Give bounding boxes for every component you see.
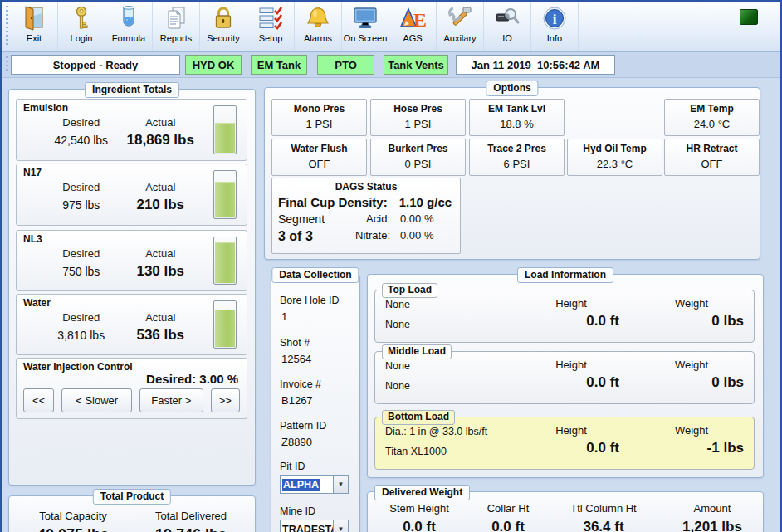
actual-label: Actual — [121, 116, 201, 129]
metric-label: Hose Pres — [371, 103, 465, 115]
info-icon: i — [540, 4, 569, 32]
metric-value: OFF — [272, 158, 366, 170]
ingredient-totals-panel: Ingredient Totals Emulsion Desired 42,54… — [8, 89, 256, 486]
metric-value: 1 PSI — [272, 118, 366, 130]
bore-hole-id-label: Bore Hole ID — [280, 295, 359, 306]
login-button[interactable]: Login — [58, 2, 105, 51]
actual-label: Actual — [121, 181, 201, 193]
metric-value: 22.3 °C — [568, 158, 662, 170]
slower-button[interactable]: < Slower — [61, 388, 132, 412]
weight-label: Weight — [629, 424, 754, 437]
datetime-display: Jan 11 2019 10:56:42 AM — [456, 55, 615, 75]
step-up-button[interactable]: >> — [211, 388, 240, 412]
chevron-down-icon[interactable]: ▼ — [333, 476, 348, 493]
panel-title: Options — [486, 81, 538, 96]
ingredient-name: NL3 — [23, 233, 42, 245]
io-button[interactable]: IO — [484, 2, 531, 51]
toolbar-button-label: AGS — [403, 33, 422, 43]
info-button[interactable]: i Info — [531, 2, 579, 51]
weight-value: 0 lbs — [629, 313, 754, 329]
ingredient-name: N17 — [23, 167, 42, 178]
security-button[interactable]: Security — [200, 2, 247, 51]
level-bar — [213, 105, 237, 154]
total-capacity-value: 40,075 lbs — [14, 526, 132, 532]
reports-button[interactable]: Reports — [153, 2, 200, 51]
ingredient-box-emulsion: Emulsion Desired 42,540 lbs Actual 18,86… — [16, 99, 247, 161]
svg-text:E: E — [413, 9, 426, 31]
desired-label: Desired — [42, 116, 121, 129]
mine-id-value: TRADESTA — [282, 524, 333, 532]
total-product-panel: Total Product Total Capacity 40,075 lbs … — [8, 495, 256, 532]
actual-label: Actual — [121, 311, 201, 324]
total-delivered-value: 19,746 lbs — [132, 526, 250, 532]
em-tank-indicator: EM Tank — [251, 55, 307, 75]
total-capacity-label: Total Capacity — [14, 510, 132, 522]
collar-ht-label: Collar Ht — [466, 502, 550, 515]
stem-height-label: Stem Height — [373, 502, 466, 515]
mine-id-dropdown[interactable]: TRADESTA ▼ — [280, 520, 349, 532]
height-value: 0.0 ft — [513, 313, 629, 329]
invoice-number-label: Invoice # — [280, 378, 359, 390]
metric-label: Hyd Oil Temp — [568, 143, 662, 154]
actual-label: Actual — [121, 247, 201, 260]
acid-label: Acid: — [344, 212, 390, 226]
final-cup-density-value: 1.10 g/cc — [399, 195, 452, 209]
setup-button[interactable]: Setup — [247, 2, 295, 51]
metric-label: Trace 2 Pres — [470, 143, 564, 154]
chevron-down-icon[interactable]: ▼ — [333, 520, 348, 532]
amount-value: 1,201 lbs — [657, 519, 768, 532]
metric-hose-pres: Hose Pres 1 PSI — [370, 99, 466, 136]
desired-label: Desired — [42, 247, 121, 260]
ttl-column-ht-value: 36.4 ft — [550, 519, 657, 532]
faster-button[interactable]: Faster > — [139, 388, 203, 412]
auxiliary-button[interactable]: Auxilary — [437, 2, 484, 51]
alarms-button[interactable]: Alarms — [295, 2, 342, 51]
report-document-icon — [162, 4, 190, 32]
pit-id-dropdown[interactable]: ALPHA ▼ — [280, 475, 349, 494]
load-product-line2: Titan XL1000 — [385, 446, 513, 457]
metric-hyd-oil-temp: Hyd Oil Temp 22.3 °C — [567, 139, 662, 176]
tools-icon — [446, 4, 474, 32]
height-label: Height — [513, 297, 629, 310]
step-down-button[interactable]: << — [23, 388, 54, 412]
collar-ht-value: 0.0 ft — [466, 519, 550, 532]
desired-label: Desired — [42, 181, 121, 193]
bottom-load-box: Bottom Load Dia.: 1 in @ 33.0 lbs/ft Tit… — [374, 417, 755, 470]
dags-title: DAGS Status — [272, 181, 460, 193]
load-product-line2: None — [385, 380, 513, 392]
toolbar-button-label: Formula — [112, 33, 145, 43]
load-product-line1: None — [385, 360, 513, 372]
total-delivered-label: Total Delivered — [132, 510, 250, 522]
toolbar-button-label: Info — [547, 33, 562, 43]
metric-value: 6 PSI — [470, 158, 564, 170]
ags-logo-icon: E — [398, 4, 427, 32]
toolbar-button-label: Reports — [160, 33, 193, 43]
metric-label: EM Temp — [665, 103, 759, 115]
metric-label: HR Retract — [665, 143, 759, 154]
panel-title: Delivered Weight — [374, 485, 470, 500]
ags-button[interactable]: E AGS — [389, 2, 437, 51]
desired-value: 3,810 lbs — [42, 329, 121, 342]
exit-button[interactable]: Exit — [11, 2, 58, 51]
hyd-ok-indicator: HYD OK — [185, 55, 242, 75]
delivered-weight-panel: Delivered Weight Stem Height 0.0 ft Coll… — [367, 491, 764, 532]
metric-hr-retract: HR Retract OFF — [664, 139, 760, 176]
connection-status-led — [740, 9, 758, 25]
panel-title: Total Product — [93, 489, 171, 505]
actual-value: 18,869 lbs — [121, 132, 201, 149]
panel-title: Ingredient Totals — [85, 82, 179, 98]
data-collection-panel: Data Collection Bore Hole ID 1 Shot # 12… — [271, 274, 360, 532]
formula-button[interactable]: Formula — [105, 2, 153, 51]
ttl-column-ht-label: Ttl Column Ht — [550, 502, 657, 515]
drive-search-icon — [493, 4, 521, 32]
beaker-icon — [115, 4, 143, 32]
toolbar-button-label: Auxilary — [443, 33, 476, 43]
ingredient-box-water: Water Desired 3,810 lbs Actual 536 lbs — [16, 294, 247, 355]
on-screen-button[interactable]: On Screen — [342, 2, 389, 51]
toolbar-grip-handle[interactable] — [4, 6, 10, 47]
amount-label: Amount — [657, 502, 768, 515]
toolbar-button-label: IO — [502, 33, 512, 43]
ingredient-name: Emulsion — [23, 102, 68, 114]
statusbar-grip-handle[interactable] — [4, 56, 9, 73]
acid-value: 0.00 % — [390, 212, 460, 226]
